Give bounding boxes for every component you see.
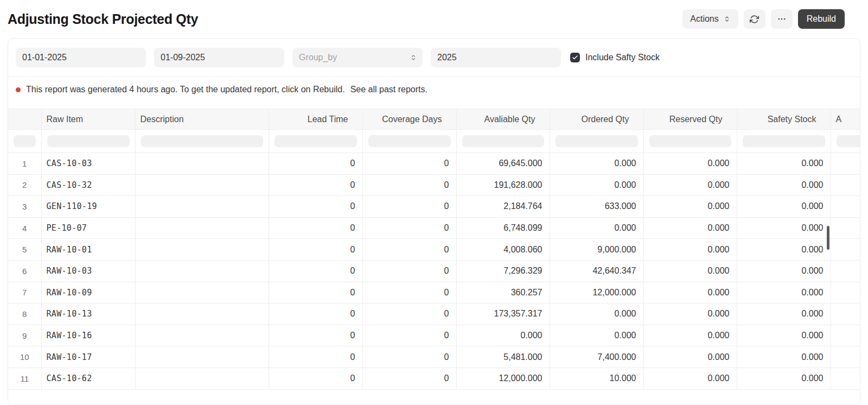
column-header-coverage-days[interactable]: Coverage Days [362, 109, 456, 130]
from-date-input[interactable] [16, 48, 146, 67]
cell-truncated [831, 196, 860, 218]
cell-safety-stock: 0.000 [737, 174, 831, 196]
cell-coverage-days: 0 [362, 260, 456, 282]
more-options-button[interactable] [771, 9, 793, 29]
column-header-truncated[interactable]: A [831, 109, 860, 130]
table-row: 2 CAS-10-32 0 0 191,628.000 0.000 0.000 … [8, 174, 860, 196]
include-safety-stock-checkbox[interactable]: Include Safty Stock [570, 53, 660, 62]
cell-safety-stock: 0.000 [737, 303, 831, 325]
coverage-days-filter-input[interactable] [368, 135, 451, 147]
table-row: 9 RAW-10-16 0 0 0.000 0.000 0.000 0.000 [8, 325, 860, 346]
cell-available-qty: 191,628.000 [456, 174, 550, 196]
year-input[interactable] [431, 48, 561, 67]
cell-safety-stock: 0.000 [737, 153, 831, 175]
cell-description [135, 303, 269, 325]
description-filter-input[interactable] [141, 135, 263, 147]
column-header-ordered-qty[interactable]: Ordered Qty [550, 109, 643, 130]
cell-safety-stock: 0.000 [737, 239, 831, 261]
cell-coverage-days: 0 [362, 303, 456, 325]
cell-ordered-qty: 0.000 [550, 217, 643, 239]
status-dot-icon [16, 87, 21, 92]
cell-reserved-qty: 0.000 [643, 260, 737, 282]
cell-reserved-qty: 0.000 [643, 217, 737, 239]
available-qty-filter-input[interactable] [462, 135, 544, 147]
cell-raw-item: CAS-10-62 [41, 368, 135, 389]
vertical-scrollbar-thumb[interactable] [827, 226, 829, 250]
cell-ordered-qty: 7,400.000 [550, 346, 643, 368]
reserved-qty-filter-input[interactable] [649, 135, 731, 147]
column-header-lead-time[interactable]: Lead Time [269, 109, 362, 130]
cell-raw-item: CAS-10-32 [41, 174, 135, 196]
cell-available-qty: 6,748.099 [456, 217, 550, 239]
column-header-reserved-qty[interactable]: Reserved Qty [643, 109, 737, 130]
cell-coverage-days: 0 [362, 196, 456, 218]
cell-ordered-qty: 633.000 [550, 196, 643, 218]
filters-bar: Group_by Include Safty Stock [8, 39, 860, 77]
cell-available-qty: 12,000.000 [456, 368, 550, 389]
cell-description [135, 196, 269, 218]
cell-raw-item: RAW-10-03 [41, 260, 135, 282]
cell-available-qty: 4,008.060 [456, 239, 550, 261]
cell-description [135, 325, 269, 346]
cell-lead-time: 0 [269, 217, 362, 239]
group-by-select[interactable]: Group_by [292, 48, 423, 67]
row-number: 5 [8, 239, 41, 261]
raw-item-filter-input[interactable] [47, 135, 130, 147]
cell-truncated [831, 239, 860, 261]
cell-reserved-qty: 0.000 [643, 368, 737, 389]
cell-coverage-days: 0 [362, 325, 456, 346]
table-row: 6 RAW-10-03 0 0 7,296.329 42,640.347 0.0… [8, 260, 860, 282]
rownum-filter-input[interactable] [14, 135, 36, 147]
column-header-available-qty[interactable]: Avaliable Qty [456, 109, 550, 130]
column-header-safety-stock[interactable]: Safety Stock [737, 109, 831, 130]
group-by-placeholder: Group_by [299, 53, 337, 62]
table-row: 7 RAW-10-09 0 0 360.257 12,000.000 0.000… [8, 282, 860, 303]
cell-lead-time: 0 [269, 239, 362, 261]
cell-truncated [831, 346, 860, 368]
table-container: Raw Item Description Lead Time Coverage … [8, 109, 860, 390]
cell-reserved-qty: 0.000 [643, 153, 737, 175]
rebuild-button[interactable]: Rebuild [798, 9, 845, 29]
cell-description [135, 153, 269, 175]
cell-ordered-qty: 9,000.000 [550, 239, 643, 261]
cell-coverage-days: 0 [362, 153, 456, 175]
cell-description [135, 217, 269, 239]
cell-coverage-days: 0 [362, 282, 456, 303]
cell-description [135, 239, 269, 261]
cell-reserved-qty: 0.000 [643, 303, 737, 325]
lead-time-filter-input[interactable] [275, 135, 357, 147]
cell-ordered-qty: 0.000 [550, 153, 643, 175]
truncated-filter-input[interactable] [837, 135, 861, 147]
ellipsis-icon [777, 14, 787, 24]
to-date-input[interactable] [154, 48, 284, 67]
cell-raw-item: CAS-10-03 [41, 153, 135, 175]
cell-coverage-days: 0 [362, 368, 456, 389]
column-header-description[interactable]: Description [135, 109, 269, 130]
cell-safety-stock: 0.000 [737, 346, 831, 368]
actions-button[interactable]: Actions [682, 9, 738, 29]
row-number: 3 [8, 196, 41, 218]
cell-truncated [831, 368, 860, 389]
cell-coverage-days: 0 [362, 239, 456, 261]
report-notice: This report was generated 4 hours ago. T… [8, 77, 860, 109]
row-number: 8 [8, 303, 41, 325]
cell-available-qty: 5,481.000 [456, 346, 550, 368]
cell-safety-stock: 0.000 [737, 196, 831, 218]
cell-coverage-days: 0 [362, 346, 456, 368]
column-header-raw-item[interactable]: Raw Item [41, 109, 135, 130]
topbar: Adjusting Stock Projected Qty Actions [0, 0, 868, 38]
cell-raw-item: RAW-10-09 [41, 282, 135, 303]
cell-available-qty: 0.000 [456, 325, 550, 346]
refresh-button[interactable] [744, 9, 765, 29]
ordered-qty-filter-input[interactable] [556, 135, 638, 147]
cell-truncated [831, 325, 860, 346]
cell-truncated [831, 174, 860, 196]
cell-description [135, 174, 269, 196]
include-safety-stock-label: Include Safty Stock [585, 53, 660, 62]
past-reports-link[interactable]: See all past reports. [350, 85, 427, 94]
notice-text: This report was generated 4 hours ago. T… [26, 85, 345, 94]
chevrons-up-down-icon [723, 15, 731, 23]
safety-stock-filter-input[interactable] [743, 135, 825, 147]
cell-lead-time: 0 [269, 260, 362, 282]
cell-reserved-qty: 0.000 [643, 196, 737, 218]
